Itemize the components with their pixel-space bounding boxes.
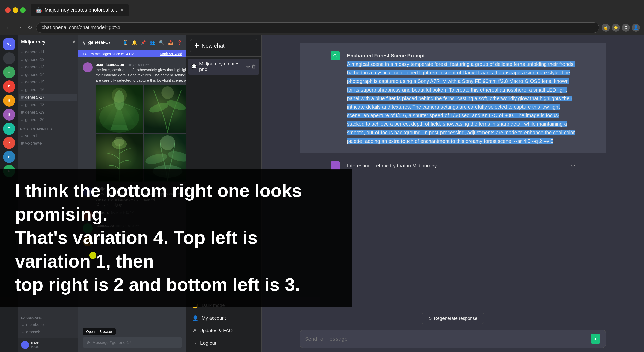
hash-icon: # [21,133,24,138]
window-controls [5,7,26,13]
maximize-button[interactable] [20,7,26,13]
chatgpt-messages-container: G Enchanted Forest Scene Prompt: A magic… [262,35,644,311]
assistant-message: G Enchanted Forest Scene Prompt: A magic… [300,43,606,153]
server-icon-9[interactable]: P [3,151,15,163]
search-icon[interactable]: 🔍 [159,40,164,45]
message-username: tundra [96,236,107,241]
message-timestamp: Today at 6:24 PM [109,237,133,241]
message-text: Enchanted Forest Scene Prompt: A magical… [347,51,575,145]
channel-item-general-18[interactable]: # general-18 [19,101,77,108]
server-header[interactable]: Midjourney ∨ [18,35,78,47]
logout-icon: → [192,340,197,346]
channel-item-general-13[interactable]: # general-13 [19,63,77,71]
user-icon: 👤 [192,315,198,321]
hash-icon: # [21,117,24,122]
mark-as-read-button[interactable]: Mark As Read [160,52,182,56]
bot-badge: BOT [125,188,132,191]
updates-faq-item[interactable]: ↗ Updates & FAQ [189,325,258,337]
delete-icon[interactable]: 🗑 [252,64,256,70]
server-icon-7[interactable]: T [3,123,15,135]
server-icon-3[interactable]: + [3,66,15,78]
server-icon-midjourney[interactable]: MJ [3,38,15,50]
thread-icon[interactable]: 🧵 [123,40,128,45]
message-text: the ferns, casting a soft, otherworldly … [96,67,186,83]
browser-icon-2[interactable]: ⭐ [612,24,620,32]
my-account-item[interactable]: 👤 My account [189,312,258,324]
chatgpt-sidebar: ✚ New chat 💬 Midjourney creates pho ✏ 🗑 … [186,35,262,352]
hash-icon: # [21,49,24,55]
notification-icon[interactable]: 🔔 [132,40,137,45]
table-row: user_laanscape Today at 6:14 PM the fern… [83,61,182,183]
new-chat-label: New chat [202,42,225,49]
send-button[interactable]: ➤ [591,334,600,344]
history-item-actions: ✏ 🗑 [246,64,256,70]
active-tab[interactable]: 🤖 Midjourney creates photorealis... × [31,4,129,16]
channel-item-general-14[interactable]: # general-14 [19,71,77,78]
server-icon-5[interactable]: G [3,95,15,107]
new-tab-button[interactable]: + [130,5,140,16]
channel-item-member[interactable]: # member-2 [20,321,76,328]
minimize-button[interactable] [13,7,18,13]
refresh-button[interactable]: ↻ [26,23,34,32]
regenerate-button[interactable]: ↻ Regenerate response [422,313,484,324]
tab-favicon: 🤖 [36,7,42,13]
server-icon-4[interactable]: D [3,80,15,93]
channel-item-vc-text[interactable]: # vc-text [19,132,77,139]
hash-icon: # [22,322,25,327]
members-icon[interactable]: 👥 [150,40,155,45]
input-placeholder: Message #general-17 [92,340,131,345]
message-username: user_laanscape [96,62,124,67]
fern-image-display-1 [96,85,143,133]
channel-item-general-16[interactable]: # general-16 [19,86,77,93]
channel-item-general-20[interactable]: # general-20 [19,116,77,123]
forward-button[interactable]: → [15,23,24,32]
channel-item-general-19[interactable]: # general-19 [19,109,77,116]
fern-image-display-4 [144,134,186,182]
server-icon-8[interactable]: Y [3,137,15,149]
channel-item-general-11[interactable]: # general-11 [19,48,77,56]
server-name: Midjourney [21,39,45,45]
browser-icon-4[interactable]: 👤 [632,24,640,32]
server-icon-10[interactable]: L [3,165,15,177]
edit-icon[interactable]: ✏ [246,64,250,70]
dark-mode-item[interactable]: 🌙 Dark mode [189,299,258,312]
history-item-midjourney[interactable]: 💬 Midjourney creates pho ✏ 🗑 [188,59,259,75]
browser-icon-3[interactable]: ⚙ [622,24,630,32]
message-header: Midjourney Bot BOT Today at 6:20 PM [96,187,182,191]
channel-list: Midjourney ∨ # general-11 # general-12 #… [18,35,78,352]
url-text: chat.openai.com/chat?model=gpt-4 [42,25,120,30]
post-channels-header: POST CHANNELS [18,126,78,132]
pin-icon[interactable]: 📌 [141,40,146,45]
avatar [83,62,93,72]
channel-item-vc-create[interactable]: # vc-create [19,140,77,147]
main-layout: MJ + D G S T Y P L Midjourney ∨ # genera… [0,35,644,352]
new-chat-button[interactable]: ✚ New chat [190,39,257,52]
address-bar[interactable]: chat.openai.com/chat?model=gpt-4 [36,22,599,33]
channel-item-general-12[interactable]: # general-12 [19,56,77,63]
server-icon-2[interactable] [3,52,15,64]
browser-icon-1[interactable]: 🔒 [602,24,610,32]
hash-icon: # [21,72,24,77]
tab-close-button[interactable]: × [120,8,124,12]
back-button[interactable]: ← [4,23,13,32]
open-in-browser-button[interactable]: Open in Browser [83,328,116,335]
message-inner: G Enchanted Forest Scene Prompt: A magic… [331,51,575,145]
server-icon-6[interactable]: S [3,109,15,121]
channel-item-general-15[interactable]: # general-15 [19,78,77,86]
close-button[interactable] [5,7,11,13]
user-panel: user #0000 [18,338,78,352]
channel-item-general-17[interactable]: # general-17 [19,94,77,101]
chat-input[interactable]: ⊕ Message #general-17 [83,337,182,348]
logout-item[interactable]: → Log out [189,337,258,349]
chat-input-container: Open in Browser ⊕ Message #general-17 [78,328,186,352]
hash-icon: # [21,64,24,70]
help-icon[interactable]: ❓ [177,40,182,45]
inbox-icon[interactable]: 📥 [168,40,173,45]
plus-icon: ⊕ [87,340,90,345]
message-content: tundra Today at 6:24 PM [96,236,182,246]
chatgpt-message-input[interactable] [305,336,588,342]
browser-chrome: 🤖 Midjourney creates photorealis... × + [0,0,644,20]
edit-icon[interactable]: ✏ [571,161,575,170]
channel-item-grassck[interactable]: # grassck [20,328,76,336]
svg-point-13 [167,149,186,163]
